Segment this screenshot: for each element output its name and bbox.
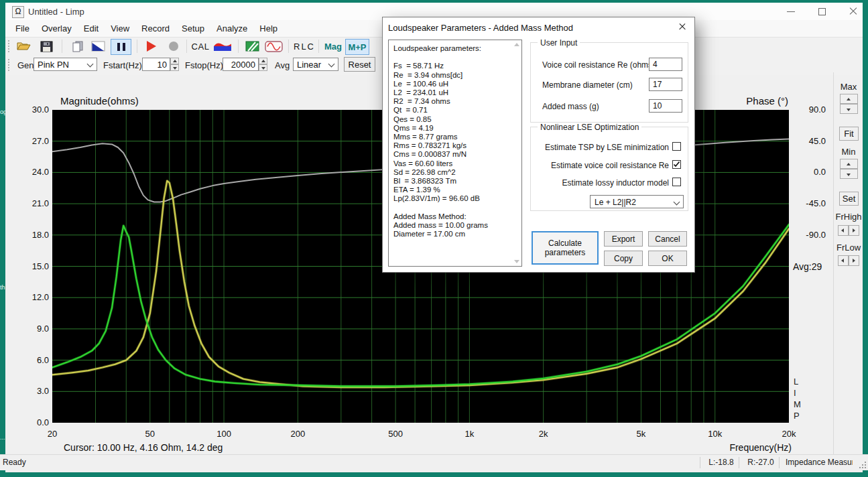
resize-grip[interactable] — [859, 462, 866, 468]
generator-select[interactable]: Pink PN — [34, 58, 97, 71]
averaging-select[interactable]: Linear — [293, 58, 338, 71]
copy-button[interactable]: Copy — [604, 251, 643, 266]
fstart-input[interactable]: 10 — [142, 58, 170, 71]
frequency-tick: 500 — [379, 429, 412, 439]
frequency-tick: 20k — [772, 429, 806, 439]
menu-help[interactable]: Help — [253, 20, 284, 37]
calculate-parameters-button[interactable]: Calculate parameters — [532, 231, 599, 265]
pause-icon — [117, 43, 125, 51]
parameter-line: Added mass = 10.00 grams — [393, 221, 509, 230]
rlc-button[interactable]: RLC — [294, 39, 315, 54]
spin-down-icon — [261, 67, 265, 70]
toolbar-separator — [288, 40, 289, 53]
magnitude-phase-view-button[interactable]: M+P — [345, 39, 369, 55]
freq-response-button[interactable] — [212, 39, 233, 54]
save-button[interactable] — [38, 39, 55, 54]
menu-edit[interactable]: Edit — [78, 20, 105, 37]
screen: og th ... Ω Untitled - Limp FileOverlayE… — [0, 0, 868, 477]
record-button[interactable] — [165, 39, 182, 54]
dialog-close-button[interactable] — [677, 21, 688, 32]
calibrate-button[interactable]: CAL — [191, 39, 210, 54]
overlay-button[interactable] — [89, 39, 107, 54]
menu-analyze[interactable]: Analyze — [210, 20, 253, 37]
pause-button[interactable] — [111, 39, 131, 55]
menu-record[interactable]: Record — [135, 20, 176, 37]
menu-view[interactable]: View — [105, 20, 135, 37]
parameter-line: Qms = 4.19 — [393, 124, 509, 133]
fstart-label: Fstart(Hz) — [103, 60, 142, 70]
fstop-label: Fstop(Hz) — [185, 60, 223, 70]
lse-checkbox[interactable] — [672, 142, 681, 151]
open-file-button[interactable] — [15, 39, 32, 54]
magnitude-tick: 21.0 — [19, 198, 49, 208]
set-button[interactable]: Set — [839, 192, 859, 206]
genrow-grip[interactable] — [8, 59, 11, 71]
lse-checkbox[interactable] — [672, 178, 681, 186]
parameter-line: L2 = 234.01 uH — [393, 88, 509, 97]
parameter-line: Sd = 226.98 cm^2 — [393, 168, 509, 177]
reset-button[interactable]: Reset — [344, 57, 375, 72]
spin-left-icon — [841, 259, 844, 263]
scroll-down-icon[interactable] — [514, 260, 519, 263]
magnitude-tick: 0.0 — [19, 417, 49, 427]
generator-button[interactable] — [243, 39, 261, 54]
parameter-line: Qt = 0.71 — [393, 106, 509, 115]
lse-checkbox[interactable] — [672, 160, 681, 169]
parameters-text: Loudspeaker parameters: Fs = 58.71 HzRe … — [393, 44, 509, 238]
play-button[interactable] — [143, 39, 160, 54]
fstop-spinner[interactable] — [259, 58, 267, 71]
inductor-model-select[interactable]: Le + L2||R2 — [590, 195, 684, 208]
fstop-input[interactable]: 20000 — [223, 58, 259, 71]
magnitude-view-button[interactable]: Mag — [322, 39, 344, 54]
maximize-button[interactable] — [807, 3, 836, 20]
parameter-line: Re = 3.94 ohms[dc] — [393, 71, 509, 80]
fit-button[interactable]: Fit — [839, 127, 859, 141]
parameter-line: Diameter = 17.00 cm — [393, 230, 509, 238]
min-label: Min — [834, 147, 863, 157]
frequency-tick: 100 — [207, 429, 241, 439]
minimize-icon — [787, 11, 795, 12]
new-document-icon — [70, 40, 84, 52]
close-button[interactable] — [839, 3, 868, 20]
cursor-readout: Cursor: 10.00 Hz, 4.16 Ohm, 14.2 deg — [64, 442, 223, 453]
lse-checkbox-label: Estimate lossy inductor model — [538, 178, 669, 188]
added-mass-input[interactable]: 10 — [649, 99, 682, 113]
frequency-tick: 10k — [698, 429, 732, 439]
ok-button[interactable]: OK — [648, 251, 687, 266]
magnitude-tick: 27.0 — [19, 136, 49, 146]
diameter-input[interactable]: 17 — [649, 78, 682, 91]
magnitude-tick: 30.0 — [19, 105, 49, 115]
spin-right-icon — [853, 228, 855, 232]
magnitude-axis-title: Magnitude(ohms) — [60, 95, 139, 107]
scroll-up-icon[interactable] — [514, 43, 519, 46]
dialog-title: Loudspeaker Parameters - Added Mass Meth… — [388, 23, 573, 33]
right-level-readout: R:-27.0 — [744, 458, 778, 467]
spin-down-icon — [173, 67, 177, 70]
menu-file[interactable]: File — [9, 20, 36, 37]
parameter-line: Le = 100.46 uH — [393, 80, 509, 88]
frequency-tick: 2k — [527, 429, 560, 439]
parameter-line: Mms = 8.77 grams — [393, 133, 509, 141]
spin-right-icon — [853, 259, 855, 263]
fstart-spinner[interactable] — [170, 58, 179, 71]
spin-up-icon — [261, 60, 265, 62]
parameter-line: Vas = 60.60 liters — [393, 159, 509, 168]
toolbar-separator — [137, 40, 137, 53]
lse-legend: Nonlinear LSE Optimization — [538, 123, 641, 132]
menu-setup[interactable]: Setup — [176, 20, 210, 37]
parameters-listbox[interactable]: Loudspeaker parameters: Fs = 58.71 HzRe … — [388, 40, 522, 267]
toolbar-grip[interactable] — [8, 40, 11, 52]
minimize-button[interactable] — [776, 3, 806, 20]
mp-label: M+P — [348, 42, 366, 52]
re-input[interactable]: 4 — [649, 58, 682, 71]
menu-overlay[interactable]: Overlay — [36, 20, 78, 37]
export-button[interactable]: Export — [604, 231, 643, 247]
freq-response-icon — [214, 42, 231, 51]
new-document-button[interactable] — [68, 39, 86, 54]
parameter-line: Fs = 58.71 Hz — [393, 62, 509, 70]
frequency-tick: 1k — [452, 429, 486, 439]
parameter-line: Rms = 0.783271 kg/s — [393, 141, 509, 150]
cancel-button[interactable]: Cancel — [648, 231, 687, 247]
lse-optimization-group: Nonlinear LSE Optimization Estimate TSP … — [530, 127, 688, 211]
sine-generator-button[interactable] — [263, 39, 284, 54]
